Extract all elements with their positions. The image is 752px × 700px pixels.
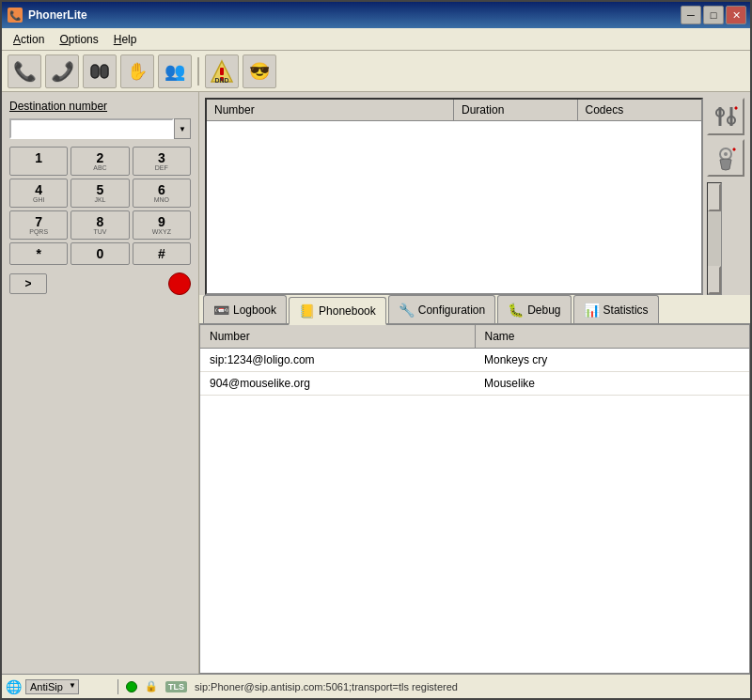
- call-log-area: Number Duration Codecs: [205, 98, 744, 295]
- configuration-icon: 🔧: [399, 303, 415, 318]
- tab-logbook[interactable]: 📼 Logbook: [203, 295, 287, 323]
- status-bar: 🌐 AntiSip ▼ 🔒 TLS sip:Phoner@sip.antisip…: [2, 674, 750, 698]
- destination-input[interactable]: [9, 118, 174, 139]
- toolbar: 📞 📞 ✋ 👥 DND 😎: [2, 51, 750, 92]
- tab-configuration[interactable]: 🔧 Configuration: [388, 295, 495, 323]
- phonebook-header: Number Name: [200, 325, 749, 349]
- record-button[interactable]: [168, 272, 191, 295]
- dialpad: 1 2ABC 3DEF 4GHI 5JKL 6MNO 7PQRS 8TUV 9W…: [9, 147, 191, 265]
- right-section: Number Duration Codecs: [199, 92, 750, 674]
- scrollbar-track[interactable]: [707, 182, 722, 295]
- tab-statistics[interactable]: 📊 Statistics: [573, 295, 659, 323]
- dnd-button[interactable]: DND: [205, 54, 239, 88]
- tls-badge: TLS: [165, 681, 187, 692]
- dialpad-extras: >: [9, 272, 191, 295]
- minimize-button[interactable]: ─: [681, 6, 701, 24]
- title-bar: 📞 PhonerLite ─ □ ✕: [2, 2, 750, 28]
- phonebook-icon: 📒: [299, 303, 315, 319]
- tab-statistics-label: Statistics: [603, 303, 649, 317]
- menu-help[interactable]: Help: [106, 31, 145, 48]
- dial-key-1[interactable]: 1: [9, 147, 68, 176]
- svg-text:DND: DND: [214, 77, 228, 84]
- destination-label: Destination number: [9, 100, 191, 113]
- svg-rect-0: [91, 65, 99, 78]
- menu-action[interactable]: Action: [6, 31, 52, 48]
- phonebook-row-1[interactable]: sip:1234@loligo.com Monkeys cry: [200, 349, 749, 372]
- pb-cell-name-2: Mouselike: [475, 372, 749, 395]
- phonebook-row-2[interactable]: 904@mouselike.org Mouselike: [200, 372, 749, 396]
- window-title: PhonerLite: [28, 8, 87, 22]
- dial-key-8[interactable]: 8TUV: [70, 210, 129, 240]
- dial-key-3[interactable]: 3DEF: [133, 147, 191, 176]
- col-header-number: Number: [207, 100, 454, 120]
- middle-row: Destination number ▼ 1 2ABC 3DEF 4GHI 5J…: [2, 92, 750, 674]
- pb-cell-number-2: 904@mouselike.org: [200, 372, 475, 395]
- left-panel: Destination number ▼ 1 2ABC 3DEF 4GHI 5J…: [2, 92, 199, 674]
- hangup-button[interactable]: 📞: [45, 54, 79, 88]
- provider-dropdown[interactable]: AntiSip ▼: [25, 679, 79, 694]
- col-header-codecs: Codecs: [578, 100, 702, 120]
- dial-key-star[interactable]: *: [9, 242, 68, 265]
- destination-dropdown[interactable]: ▼: [174, 118, 191, 139]
- call-log-table: Number Duration Codecs: [205, 98, 703, 295]
- contacts-button[interactable]: 👥: [158, 54, 192, 88]
- side-buttons: [707, 98, 744, 295]
- svg-line-11: [735, 107, 737, 109]
- backspace-button[interactable]: >: [9, 273, 47, 294]
- globe-icon: 🌐: [6, 679, 22, 694]
- title-bar-left: 📞 PhonerLite: [8, 8, 87, 23]
- app-icon: 📞: [8, 8, 23, 23]
- scrollbar-thumb-bottom[interactable]: [708, 266, 721, 294]
- statistics-icon: 📊: [584, 303, 600, 318]
- content-area: Destination number ▼ 1 2ABC 3DEF 4GHI 5J…: [2, 92, 750, 674]
- svg-line-15: [733, 148, 735, 150]
- tab-phonebook-label: Phonebook: [319, 304, 376, 318]
- connection-indicator: [126, 681, 137, 692]
- dial-key-2[interactable]: 2ABC: [70, 147, 129, 176]
- tab-phonebook[interactable]: 📒 Phonebook: [289, 297, 386, 325]
- pb-cell-number-1: sip:1234@loligo.com: [200, 349, 475, 371]
- call-log-header: Number Duration Codecs: [207, 100, 701, 121]
- restore-button[interactable]: □: [703, 6, 724, 24]
- tab-logbook-label: Logbook: [233, 303, 276, 317]
- tab-configuration-label: Configuration: [418, 303, 485, 317]
- close-button[interactable]: ✕: [726, 6, 746, 24]
- dial-key-7[interactable]: 7PQRS: [9, 210, 68, 240]
- provider-label: AntiSip: [30, 681, 63, 692]
- hold-button[interactable]: [83, 54, 117, 88]
- svg-rect-3: [220, 68, 224, 75]
- pb-col-name: Name: [476, 325, 750, 348]
- dial-key-4[interactable]: 4GHI: [9, 179, 68, 208]
- logbook-icon: 📼: [213, 303, 229, 318]
- dial-key-0[interactable]: 0: [70, 242, 129, 265]
- tab-debug[interactable]: 🐛 Debug: [497, 295, 571, 323]
- tab-content-phonebook: Number Name sip:1234@loligo.com Monkeys …: [199, 325, 750, 674]
- call-button[interactable]: 📞: [8, 54, 41, 88]
- sunglasses-button[interactable]: 😎: [243, 54, 276, 88]
- status-text: sip:Phoner@sip.antisip.com:5061;transpor…: [195, 681, 458, 692]
- lock-icon: 🔒: [145, 680, 158, 692]
- scrollbar-thumb[interactable]: [708, 183, 721, 211]
- destination-input-wrap: ▼: [9, 118, 191, 139]
- tab-debug-label: Debug: [527, 303, 560, 317]
- sound-action-button[interactable]: [707, 139, 744, 177]
- toolbar-separator: [197, 57, 199, 86]
- pb-col-number: Number: [200, 325, 476, 348]
- pb-cell-name-1: Monkeys cry: [475, 349, 749, 371]
- app-window: 📞 PhonerLite ─ □ ✕ Action Options Help 📞…: [0, 0, 752, 700]
- dial-key-6[interactable]: 6MNO: [133, 179, 191, 208]
- menu-bar: Action Options Help: [2, 28, 750, 51]
- transfer-button[interactable]: ✋: [120, 54, 154, 88]
- dial-key-hash[interactable]: #: [133, 242, 191, 265]
- col-header-duration: Duration: [454, 100, 578, 120]
- svg-rect-1: [101, 65, 108, 78]
- dial-key-9[interactable]: 9WXYZ: [133, 210, 191, 240]
- status-left: 🌐 AntiSip ▼: [6, 679, 118, 694]
- menu-options[interactable]: Options: [52, 31, 105, 48]
- config-action-button[interactable]: [707, 98, 744, 135]
- debug-icon: 🐛: [508, 303, 524, 318]
- dial-key-5[interactable]: 5JKL: [70, 179, 129, 208]
- svg-point-13: [724, 152, 728, 156]
- window-controls: ─ □ ✕: [681, 6, 746, 24]
- tabs-row: 📼 Logbook 📒 Phonebook 🔧 Configuration 🐛 …: [199, 295, 750, 325]
